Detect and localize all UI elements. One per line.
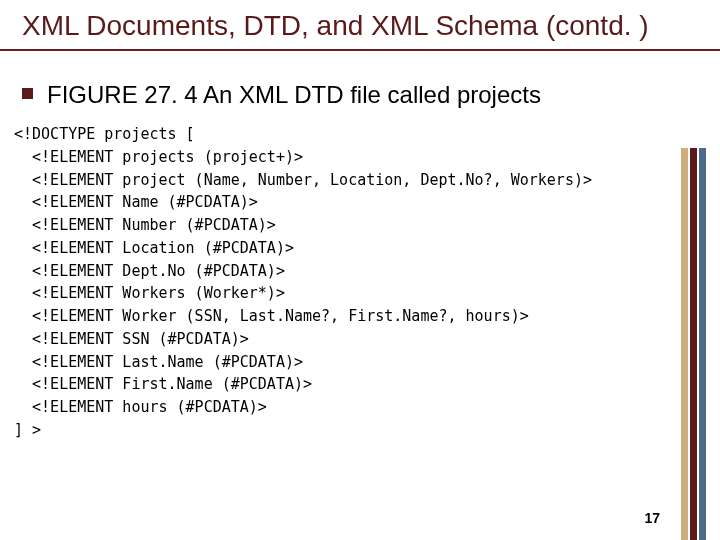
title-block: XML Documents, DTD, and XML Schema (cont… xyxy=(0,0,720,51)
code-line: <!ELEMENT Name (#PCDATA)> xyxy=(14,193,258,211)
dtd-code-block: <!DOCTYPE projects [ <!ELEMENT projects … xyxy=(0,110,720,443)
stripe-blue xyxy=(699,148,706,540)
page-title: XML Documents, DTD, and XML Schema (cont… xyxy=(22,8,720,43)
code-line: <!ELEMENT hours (#PCDATA)> xyxy=(14,398,267,416)
caption-row: FIGURE 27. 4 An XML DTD file called proj… xyxy=(0,51,720,110)
bullet-icon xyxy=(22,88,33,99)
page-number: 17 xyxy=(644,510,660,526)
code-line: <!ELEMENT First.Name (#PCDATA)> xyxy=(14,375,312,393)
code-line: <!ELEMENT Dept.No (#PCDATA)> xyxy=(14,262,285,280)
figure-caption: FIGURE 27. 4 An XML DTD file called proj… xyxy=(47,79,541,110)
code-line: <!ELEMENT Last.Name (#PCDATA)> xyxy=(14,353,303,371)
code-line: <!DOCTYPE projects [ xyxy=(14,125,195,143)
stripe-tan xyxy=(681,148,688,540)
code-line: <!ELEMENT Number (#PCDATA)> xyxy=(14,216,276,234)
code-line: <!ELEMENT Workers (Worker*)> xyxy=(14,284,285,302)
code-line: <!ELEMENT Location (#PCDATA)> xyxy=(14,239,294,257)
decorative-stripes xyxy=(681,148,706,540)
code-line: <!ELEMENT Worker (SSN, Last.Name?, First… xyxy=(14,307,529,325)
code-line: <!ELEMENT SSN (#PCDATA)> xyxy=(14,330,249,348)
stripe-maroon xyxy=(690,148,697,540)
code-line: <!ELEMENT projects (project+)> xyxy=(14,148,303,166)
code-line: ] > xyxy=(14,421,41,439)
code-line: <!ELEMENT project (Name, Number, Locatio… xyxy=(14,171,592,189)
